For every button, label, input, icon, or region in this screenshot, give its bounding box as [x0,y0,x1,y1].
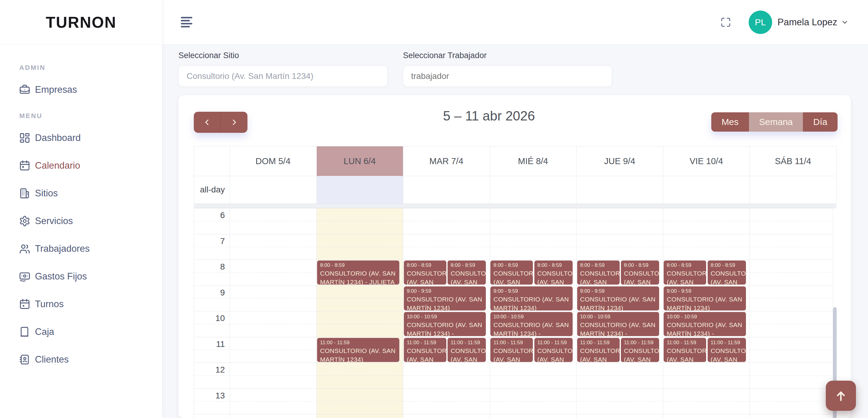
sidebar-item-label: Caja [35,326,54,337]
calendar-event[interactable]: 10:00 - 10:59CONSULTORIO (AV. SAN MARTÍN… [577,312,660,336]
calendar-event[interactable]: 11:00 - 11:59CONSULTORIO (AV. SAN MARTÍN… [317,337,400,362]
event-time: 8:00 - 8:59 [451,261,483,269]
topbar: PL Pamela Lopez [162,0,868,44]
sidebar-item-calendario[interactable]: Calendario [0,152,162,180]
event-time: 9:00 - 9:59 [407,287,483,295]
hour-label: 13 [194,391,225,400]
grid-vline [194,146,194,203]
event-title: CONSULTORIO (AV. SAN MARTÍN 1234) [537,269,569,285]
event-title: CONSULTORIO (AV. SAN MARTÍN 1234) [667,346,703,362]
calendar-event[interactable]: 8:00 - 8:59CONSULTORIO (AV. SAN MARTÍN 1… [534,260,573,285]
calendar-event[interactable]: 11:00 - 11:59CONSULTORIO (AV. SAN MARTÍN… [534,337,573,362]
day-header: VIE 10/4 [663,147,750,176]
event-time: 10:00 - 10:59 [407,313,483,320]
event-title: CONSULTORIO (AV. SAN MARTÍN 1234) [451,269,483,285]
calendar-card: 5 – 11 abr 2026 MesSemanaDía DOM 5/4LUN … [179,95,851,418]
allday-cell [490,176,577,203]
calendar-event[interactable]: 11:00 - 11:59CONSULTORIO (AV. SAN MARTÍN… [621,337,659,362]
hour-label: 10 [194,314,225,323]
half-hour-line [194,221,833,221]
calendar-event[interactable]: 8:00 - 8:59CONSULTORIO (AV. SAN MARTÍN 1… [490,260,533,285]
half-hour-line [194,401,833,401]
event-time: 11:00 - 11:59 [624,339,656,346]
calendar-event[interactable]: 9:00 - 9:59CONSULTORIO (AV. SAN MARTÍN 1… [490,286,573,311]
calendar-event[interactable]: 8:00 - 8:59CONSULTORIO (AV. SAN MARTÍN 1… [447,260,486,285]
event-time: 11:00 - 11:59 [580,339,617,346]
day-header-label: VIE 10/4 [689,156,723,166]
sidebar-item-servicios[interactable]: Servicios [0,207,162,235]
sidebar-item-dashboard[interactable]: Dashboard [0,124,162,152]
sidebar-item-label: Servicios [35,216,73,226]
sidebar-item-caja[interactable]: Caja [0,318,162,346]
calendar-event[interactable]: 11:00 - 11:59CONSULTORIO (AV. SAN MARTÍN… [707,337,746,362]
event-title: CONSULTORIO (AV. SAN MARTÍN 1234) [537,346,569,362]
sidebar-item-gastos-fijos[interactable]: Gastos Fijos [0,263,162,290]
hamburger-icon[interactable] [181,17,193,28]
event-time: 9:00 - 9:59 [667,287,743,295]
calendar-event[interactable]: 8:00 - 8:59CONSULTORIO (AV. SAN MARTÍN 1… [317,260,400,285]
sidebar-item-trabajadores[interactable]: Trabajadores [0,235,162,263]
sidebar-item-turnos[interactable]: Turnos [0,290,162,318]
hour-line [194,260,833,260]
worker-field-label: Seleccionar Trabajador [403,51,612,60]
hour-label: 12 [194,365,225,375]
calendar-event[interactable]: 9:00 - 9:59CONSULTORIO (AV. SAN MARTÍN 1… [404,286,487,311]
sidebar-item-label: Turnos [35,299,64,310]
scroll-top-button[interactable] [826,381,856,411]
day-header: JUE 9/4 [576,147,663,176]
calendar-event[interactable]: 11:00 - 11:59CONSULTORIO (AV. SAN MARTÍN… [447,337,486,362]
event-time: 11:00 - 11:59 [711,339,743,346]
grid-divider [194,203,836,208]
calendar-event[interactable]: 8:00 - 8:59CONSULTORIO (AV. SAN MARTÍN 1… [707,260,746,285]
grid-vline [403,146,403,203]
half-hour-line [194,376,833,376]
event-time: 8:00 - 8:59 [407,261,443,269]
event-time: 8:00 - 8:59 [320,261,396,269]
calendar-grid: DOM 5/4LUN 6/4MAR 7/4MIÉ 8/4JUE 9/4VIE 1… [179,95,851,418]
calendar-event[interactable]: 9:00 - 9:59CONSULTORIO (AV. SAN MARTÍN 1… [663,286,746,311]
day-header-label: MAR 7/4 [430,156,464,166]
sidebar-item-label: Calendario [35,160,80,171]
avatar[interactable]: PL [749,10,772,34]
calendar-event[interactable]: 10:00 - 10:59CONSULTORIO (AV. SAN MARTÍN… [404,312,487,336]
receipt-icon [19,326,31,338]
event-time: 8:00 - 8:59 [667,261,703,269]
hour-label: 7 [194,236,225,246]
calendar-event[interactable]: 8:00 - 8:59CONSULTORIO (AV. SAN MARTÍN 1… [663,260,707,285]
section-label: MENU [0,112,162,120]
sidebar-item-sitios[interactable]: Sitios [0,180,162,207]
sidebar-item-label: Dashboard [35,132,81,143]
calendar-event[interactable]: 11:00 - 11:59CONSULTORIO (AV. SAN MARTÍN… [577,337,620,362]
event-title: CONSULTORIO (AV. SAN MARTÍN 1234) [451,346,483,362]
site-select-input[interactable] [179,66,388,87]
sidebar-section: MENUDashboardCalendarioSitiosServiciosTr… [0,112,162,374]
allday-cell [576,176,663,203]
event-time: 8:00 - 8:59 [537,261,569,269]
calendar-event[interactable]: 11:00 - 11:59CONSULTORIO (AV. SAN MARTÍN… [404,337,447,362]
calendar-event[interactable]: 10:00 - 10:59CONSULTORIO (AV. SAN MARTÍN… [490,312,573,336]
event-time: 11:00 - 11:59 [493,339,530,346]
sidebar-item-empresas[interactable]: Empresas [0,76,162,104]
hour-label: 14 [194,417,225,418]
calendar-event[interactable]: 11:00 - 11:59CONSULTORIO (AV. SAN MARTÍN… [490,337,533,362]
user-menu[interactable]: PL Pamela Lopez [749,10,849,34]
sidebar-item-clientes[interactable]: Clientes [0,346,162,374]
calendar-event[interactable]: 10:00 - 10:59CONSULTORIO (AV. SAN MARTÍN… [663,312,746,336]
fullscreen-icon[interactable] [720,16,732,28]
event-time: 11:00 - 11:59 [667,339,703,346]
grid-vline [490,146,490,203]
event-time: 11:00 - 11:59 [451,339,483,346]
event-title: CONSULTORIO (AV. SAN MARTÍN 1234) [667,269,703,285]
calendar-event[interactable]: 8:00 - 8:59CONSULTORIO (AV. SAN MARTÍN 1… [404,260,447,285]
calendar-event[interactable]: 8:00 - 8:59CONSULTORIO (AV. SAN MARTÍN 1… [577,260,620,285]
calendar-event[interactable]: 11:00 - 11:59CONSULTORIO (AV. SAN MARTÍN… [663,337,707,362]
event-title: CONSULTORIO (AV. SAN MARTÍN 1234) [407,295,483,311]
user-name: Pamela Lopez [778,17,837,28]
page: TURNON ADMINEmpresasMENUDashboardCalenda… [0,0,868,418]
calendar-event[interactable]: 8:00 - 8:59CONSULTORIO (AV. SAN MARTÍN 1… [621,260,659,285]
event-time: 11:00 - 11:59 [407,339,443,346]
day-header: SÁB 11/4 [749,147,836,176]
worker-select-input[interactable] [403,66,612,87]
calendar-event[interactable]: 9:00 - 9:59CONSULTORIO (AV. SAN MARTÍN 1… [577,286,660,311]
day-header: LUN 6/4 [316,147,403,176]
